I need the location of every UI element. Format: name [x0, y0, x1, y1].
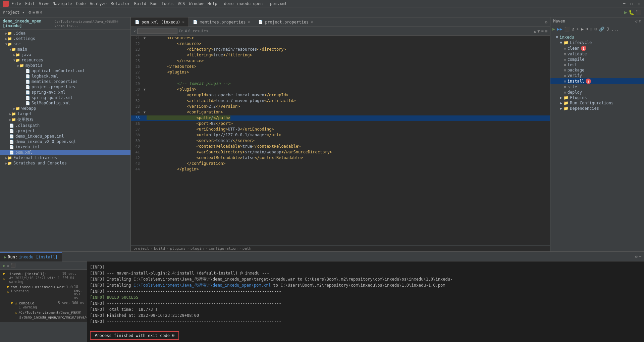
tree-item-external-libraries[interactable]: ▶📁External Libraries — [0, 155, 130, 160]
maven-refresh-icon[interactable]: ↺ — [635, 19, 638, 23]
maven-item-verify[interactable]: ⚙verify — [550, 73, 644, 78]
bottom-settings-icon[interactable]: ⚙ — [635, 254, 638, 259]
run-tree-item-0[interactable]: ▼ ⚠ inxedu [install]: At 2022/9/16 23:21… — [0, 271, 87, 284]
run-tree-item-1[interactable]: ▼ ⚠ com.inxedu.os:inxedu:war:1.0 1 warni… — [0, 284, 87, 300]
maven-item-plugins[interactable]: ▶ 📁 Plugins — [550, 95, 644, 100]
maven-item-dependencies[interactable]: ▶ 📁 Dependencies — [550, 106, 644, 111]
search-filter-icon[interactable]: ⊞ — [545, 29, 547, 34]
maven-skip-icon[interactable]: m — [585, 26, 589, 32]
menu-tools[interactable]: Tools — [162, 1, 174, 6]
menu-view[interactable]: View — [39, 1, 49, 6]
toolbar-expand-icon[interactable]: ≡ — [33, 10, 35, 15]
maven-java-icon[interactable]: J — [606, 26, 610, 32]
maven-item-lifecycle[interactable]: ▼ 📁 Lifecycle — [550, 40, 644, 45]
tree-item-logback[interactable]: 📄logback.xml — [0, 74, 130, 79]
tree-item-memtimes[interactable]: 📄memtimes.properties — [0, 79, 130, 84]
tree-item-spring-mvc[interactable]: 📄spring-mvc.xml — [0, 90, 130, 95]
breadcrumb-plugin[interactable]: plugin — [191, 246, 204, 251]
maven-debug-icon[interactable]: ▶▶ — [556, 26, 563, 32]
tree-item-sqlmapconfig[interactable]: 📄SqlMapConfig.xml — [0, 100, 130, 106]
breadcrumb-build[interactable]: build — [154, 246, 165, 251]
pom-tab-close[interactable]: ✕ — [182, 20, 185, 24]
tree-item-mybatis[interactable]: ▶📁mybatis — [0, 63, 130, 68]
maximize-button[interactable]: □ — [629, 1, 634, 6]
tab-project-props[interactable]: 📄 project.properties ✕ — [254, 17, 317, 27]
code-editor[interactable]: 21 ▼ <resources> 22 <resource> 23 <direc… — [131, 36, 550, 245]
tree-item-settings[interactable]: ▶📁.settings — [0, 36, 130, 41]
tree-item-demo-iml[interactable]: 📄demo_inxedu_open.iml — [0, 134, 130, 139]
tree-item-classpath[interactable]: 📄.classpath — [0, 123, 130, 128]
run-play-icon[interactable]: ▶ — [3, 263, 5, 268]
run-button[interactable]: ▶ — [624, 9, 627, 15]
maven-expand-icon[interactable]: ⊟ — [594, 26, 598, 32]
maven-item-validate[interactable]: ⚙validate — [550, 51, 644, 57]
maven-item-deploy[interactable]: ⚙deploy — [550, 90, 644, 95]
menu-refactor[interactable]: Refactor — [111, 1, 130, 6]
maven-item-install[interactable]: ⚙install 2 — [550, 78, 644, 84]
search-input[interactable] — [137, 29, 177, 34]
maven-item-compile[interactable]: ⚙compile — [550, 57, 644, 62]
tree-item-tutorial[interactable]: ▶📁使用教程 — [0, 116, 130, 123]
menu-code[interactable]: Code — [76, 1, 86, 6]
tree-item-scratches[interactable]: ▶📁Scratches and Consoles — [0, 160, 130, 166]
maven-item-clean[interactable]: ⚙clean 1 — [550, 45, 644, 51]
menu-run[interactable]: Run — [150, 1, 158, 6]
minimize-button[interactable]: ─ — [622, 1, 627, 6]
breadcrumb-project[interactable]: project — [133, 246, 149, 251]
tab-pom[interactable]: 📄 pom.xml (inxedu) ✕ — [131, 17, 189, 27]
maven-item-run-configs[interactable]: ▶ 📁 Run Configurations — [550, 100, 644, 106]
search-next-icon[interactable]: ▼ — [537, 29, 540, 34]
console-output[interactable]: [INFO] [INFO] --- maven-install-plugin:2… — [87, 261, 644, 342]
stop-button[interactable]: ⬛ — [636, 10, 641, 15]
menu-help[interactable]: Help — [208, 1, 217, 6]
maven-toggle-icon[interactable]: ⊞ — [589, 26, 593, 32]
maven-refresh-lifecycle-icon[interactable]: ↺ — [571, 26, 575, 32]
maven-more-icon[interactable]: ... — [610, 26, 620, 32]
tree-item-resources[interactable]: ▼📁resources — [0, 57, 130, 63]
menu-build[interactable]: Build — [134, 1, 146, 6]
tree-item-main[interactable]: ▼📁main — [0, 47, 130, 52]
tree-item-sql[interactable]: 📄demo_inxedu_v2_0_open.sql — [0, 139, 130, 144]
breadcrumb-path[interactable]: path — [243, 246, 252, 251]
tree-item-webapp[interactable]: ▶📁webapp — [0, 106, 130, 111]
console-link[interactable]: C:\Tools\enviroment\Java_代码审计\demo_inxed… — [133, 283, 271, 288]
tree-item-applicationcontext[interactable]: 📄applicationContext.xml — [0, 68, 130, 74]
tree-item-src[interactable]: ▼📁src — [0, 41, 130, 47]
run-tab[interactable]: ▶ Run: inxedu [install] — [0, 252, 62, 261]
editor-settings-icon[interactable]: ⚙ — [545, 20, 547, 25]
tree-item-target[interactable]: ▶📁target — [0, 111, 130, 116]
toolbar-refresh-icon[interactable]: ⊙ — [40, 10, 42, 15]
maven-settings-icon[interactable]: ⚙ — [639, 19, 641, 23]
tree-item-idea[interactable]: ▶📁.idea — [0, 31, 130, 36]
tree-item-spring-quartz[interactable]: 📄spring-quartz.xml — [0, 95, 130, 100]
menu-window[interactable]: Window — [189, 1, 203, 6]
menu-analyze[interactable]: Analyze — [90, 1, 107, 6]
close-button[interactable]: ✕ — [637, 1, 641, 6]
run-restart-icon[interactable]: ↺ — [7, 263, 9, 268]
debug-button[interactable]: 🐛 — [629, 10, 634, 15]
tree-item-inxedu-iml[interactable]: 📄inxedu.iml — [0, 144, 130, 150]
menu-file[interactable]: File — [11, 1, 21, 6]
tree-item-pom[interactable]: 📄pom.xml — [0, 150, 130, 155]
toolbar-collapse-icon[interactable]: ⊟ — [36, 10, 39, 15]
tree-item-project-props[interactable]: 📄project.properties — [0, 84, 130, 90]
project-props-tab-close[interactable]: ✕ — [311, 20, 313, 24]
run-tree-item-3[interactable]: ⚠ /C:/Tools/enviroment/Java_代码审计/demo_in… — [0, 310, 87, 321]
tree-item-java[interactable]: ▶📁java — [0, 52, 130, 57]
search-match-icon[interactable]: ≡ — [541, 29, 544, 34]
breadcrumb-configuration[interactable]: configuration — [209, 246, 237, 251]
toolbar-settings-icon[interactable]: ⚙ — [29, 10, 31, 15]
run-tree-item-2[interactable]: ▼ ⚠ compile 1 warning 5 sec, 360 ms — [0, 300, 87, 310]
maven-item-site[interactable]: ⚙site — [550, 84, 644, 90]
bottom-minimize-icon[interactable]: ─ — [639, 254, 641, 259]
maven-item-inxedu[interactable]: ▼ inxedu — [550, 35, 644, 40]
menu-vcs[interactable]: VCS — [178, 1, 185, 6]
maven-link-icon[interactable]: 🔗 — [598, 26, 605, 32]
tree-item-dotproject[interactable]: 📄.project — [0, 128, 130, 134]
maven-run-icon[interactable]: ▶ — [552, 26, 556, 32]
menu-navigate[interactable]: Navigate — [53, 1, 72, 6]
memtimes-tab-close[interactable]: ✕ — [248, 20, 250, 24]
maven-stop-icon[interactable]: ⬛ — [564, 26, 570, 32]
maven-item-package[interactable]: ⚙package — [550, 67, 644, 73]
maven-add-icon[interactable]: + — [576, 26, 580, 32]
